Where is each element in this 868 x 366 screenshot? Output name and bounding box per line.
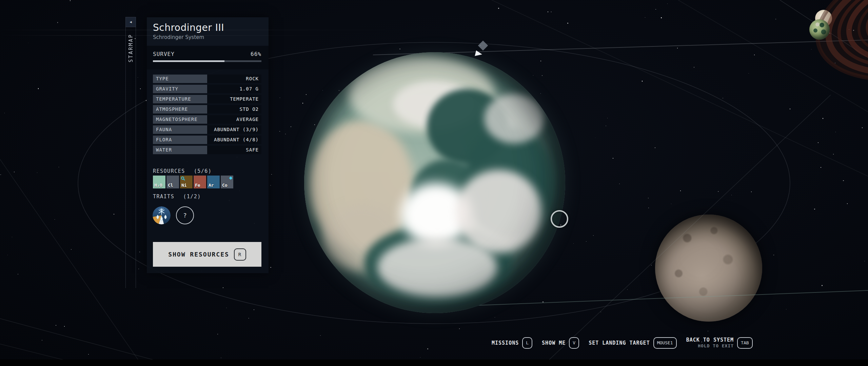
star xyxy=(399,48,400,49)
star xyxy=(694,67,694,67)
hint-label: SHOW ME xyxy=(542,340,566,346)
star xyxy=(607,118,608,118)
show-resources-button[interactable]: SHOW RESOURCES R xyxy=(153,242,261,267)
star xyxy=(600,312,601,312)
hint-missions[interactable]: MISSIONSL xyxy=(492,337,532,349)
star xyxy=(642,81,643,82)
sun-glint-blob xyxy=(401,183,471,245)
traits-count: (1/2) xyxy=(183,194,201,200)
hint-sublabel: HOLD TO EXIT xyxy=(698,343,734,349)
star xyxy=(864,261,865,261)
resource-tile-ar[interactable]: Ar xyxy=(207,176,220,188)
star xyxy=(320,335,321,336)
stat-label: ATMOSPHERE xyxy=(153,105,207,114)
hint-show-me[interactable]: SHOW MEV xyxy=(542,337,579,349)
star xyxy=(661,17,662,18)
stat-label: WATER xyxy=(153,146,207,154)
orbiting-moon[interactable] xyxy=(655,215,762,322)
star xyxy=(138,269,139,269)
planet-schrodinger-iii[interactable] xyxy=(304,52,565,313)
star xyxy=(14,171,15,172)
star xyxy=(495,317,495,318)
stat-value: ROCK xyxy=(207,75,261,83)
star xyxy=(42,340,42,341)
survey-progress-bar xyxy=(153,60,261,62)
star xyxy=(731,195,732,195)
stat-row: GRAVITY1.07 G xyxy=(153,85,261,93)
key-r-badge: R xyxy=(234,248,246,261)
star xyxy=(606,126,606,126)
star xyxy=(71,249,72,250)
star xyxy=(249,318,249,318)
star xyxy=(285,134,285,134)
star xyxy=(613,158,613,159)
resource-tile-ho[interactable]: H₂O xyxy=(153,176,165,188)
star xyxy=(818,142,818,143)
star xyxy=(0,175,1,175)
resource-tile-ni[interactable]: Ni xyxy=(180,176,193,188)
star xyxy=(849,29,849,30)
stat-row: MAGNETOSPHEREAVERAGE xyxy=(153,115,261,124)
star xyxy=(542,75,542,76)
frozen-precipitation-trait-icon[interactable] xyxy=(153,206,171,224)
resource-tile-co[interactable]: Co xyxy=(221,176,233,188)
star xyxy=(595,138,595,138)
star xyxy=(627,289,628,290)
system-subtitle: Schrodinger System xyxy=(153,34,204,40)
search-icon xyxy=(181,176,185,181)
star xyxy=(18,274,18,274)
starmap-screen: ◀ STARMAP Schrodinger III Schrodinger Sy… xyxy=(0,0,868,366)
star xyxy=(114,214,114,215)
star xyxy=(498,8,499,9)
star xyxy=(542,302,543,302)
star xyxy=(655,147,655,148)
star xyxy=(667,3,668,4)
star xyxy=(814,209,815,210)
hint-set-landing-target[interactable]: SET LANDING TARGETMOUSE1 xyxy=(589,337,677,349)
star xyxy=(823,118,823,119)
star xyxy=(648,198,648,198)
star xyxy=(811,49,812,50)
stat-value: AVERAGE xyxy=(207,115,261,124)
star xyxy=(4,113,5,113)
star xyxy=(680,190,681,191)
star xyxy=(573,243,574,244)
star xyxy=(57,22,58,23)
starmap-tab[interactable]: STARMAP xyxy=(125,27,136,288)
star xyxy=(88,354,88,354)
star xyxy=(279,131,280,132)
survey-section: SURVEY 66% xyxy=(147,46,269,69)
star xyxy=(567,23,568,24)
star xyxy=(59,167,59,167)
keybind-hint-bar: MISSIONSLSHOW MEVSET LANDING TARGETMOUSE… xyxy=(492,336,753,350)
resource-tile-fe[interactable]: Fe xyxy=(194,176,206,188)
star xyxy=(835,63,835,63)
ocean-blob xyxy=(463,128,555,237)
star xyxy=(302,103,303,104)
unknown-trait-icon[interactable]: ? xyxy=(176,206,194,224)
stat-value: SAFE xyxy=(207,146,261,154)
star xyxy=(790,108,790,109)
stat-label: FAUNA xyxy=(153,125,207,134)
distant-green-planet[interactable] xyxy=(809,19,830,40)
star xyxy=(280,98,280,98)
back-button[interactable]: ◀ xyxy=(125,17,136,27)
star xyxy=(322,90,323,90)
resource-tile-cl[interactable]: Cl xyxy=(166,176,179,188)
cloud-blob xyxy=(393,81,476,128)
show-resources-label: SHOW RESOURCES xyxy=(168,251,229,258)
star xyxy=(822,285,823,286)
hint-back-to-system[interactable]: BACK TO SYSTEMHOLD TO EXITTAB xyxy=(686,337,753,349)
star xyxy=(56,325,56,326)
stat-value: ABUNDANT (3/9) xyxy=(207,125,261,134)
planet-info-panel: Schrodinger III Schrodinger System SURVE… xyxy=(147,17,269,273)
star xyxy=(427,348,428,349)
panel-header: Schrodinger III Schrodinger System xyxy=(147,17,269,46)
stat-row: FAUNAABUNDANT (3/9) xyxy=(153,125,261,134)
star xyxy=(64,326,65,327)
traits-header: TRAITS (1/2) xyxy=(153,194,201,200)
stat-label: FLORA xyxy=(153,136,207,144)
star xyxy=(843,180,844,181)
planet-title: Schrodinger III xyxy=(153,22,224,33)
star xyxy=(548,12,548,12)
